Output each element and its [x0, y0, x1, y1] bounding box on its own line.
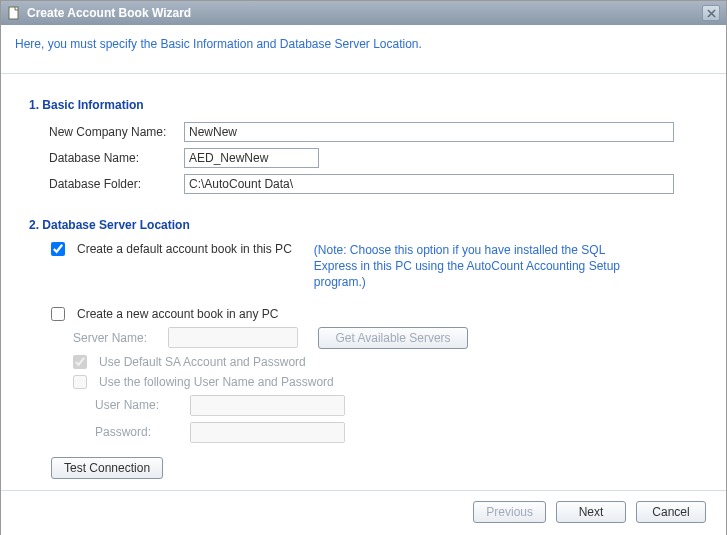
close-button[interactable]: [702, 5, 720, 21]
section-server-heading: 2. Database Server Location: [29, 218, 698, 232]
username-label: User Name:: [95, 398, 190, 412]
svg-rect-0: [9, 7, 18, 19]
document-icon: [7, 6, 21, 20]
row-create-default: Create a default account book in this PC…: [51, 242, 698, 291]
titlebar: Create Account Book Wizard: [1, 1, 726, 25]
password-label: Password:: [95, 425, 190, 439]
create-default-checkbox[interactable]: [51, 242, 65, 256]
row-username: User Name:: [95, 395, 698, 416]
window-title: Create Account Book Wizard: [27, 6, 191, 20]
database-folder-input[interactable]: [184, 174, 674, 194]
row-company-name: New Company Name:: [49, 122, 698, 142]
database-folder-label: Database Folder:: [49, 177, 184, 191]
cancel-button[interactable]: Cancel: [636, 501, 706, 523]
password-input: [190, 422, 345, 443]
username-input: [190, 395, 345, 416]
company-name-input[interactable]: [184, 122, 674, 142]
create-default-note: (Note: Choose this option if you have in…: [314, 242, 644, 291]
get-available-servers-button: Get Available Servers: [318, 327, 468, 349]
section-basic-heading: 1. Basic Information: [29, 98, 698, 112]
use-default-sa-label: Use Default SA Account and Password: [99, 355, 306, 369]
use-following-label: Use the following User Name and Password: [99, 375, 334, 389]
instruction-text: Here, you must specify the Basic Informa…: [1, 25, 726, 74]
use-default-sa-checkbox: [73, 355, 87, 369]
database-name-input[interactable]: [184, 148, 319, 168]
row-use-default-sa: Use Default SA Account and Password: [73, 355, 698, 369]
row-password: Password:: [95, 422, 698, 443]
content-area: 1. Basic Information New Company Name: D…: [1, 74, 726, 489]
previous-button: Previous: [473, 501, 546, 523]
server-name-label: Server Name:: [73, 331, 168, 345]
row-create-anypc: Create a new account book in any PC: [51, 307, 698, 321]
create-anypc-checkbox[interactable]: [51, 307, 65, 321]
create-default-label: Create a default account book in this PC: [77, 242, 292, 256]
test-connection-button[interactable]: Test Connection: [51, 457, 163, 479]
server-name-input: [168, 327, 298, 348]
next-button[interactable]: Next: [556, 501, 626, 523]
footer-buttons: Previous Next Cancel: [1, 490, 726, 535]
company-name-label: New Company Name:: [49, 125, 184, 139]
database-name-label: Database Name:: [49, 151, 184, 165]
use-following-checkbox: [73, 375, 87, 389]
row-server-name: Server Name: Get Available Servers: [73, 327, 698, 349]
create-anypc-label: Create a new account book in any PC: [77, 307, 278, 321]
row-use-following: Use the following User Name and Password: [73, 375, 698, 389]
row-database-folder: Database Folder:: [49, 174, 698, 194]
row-database-name: Database Name:: [49, 148, 698, 168]
